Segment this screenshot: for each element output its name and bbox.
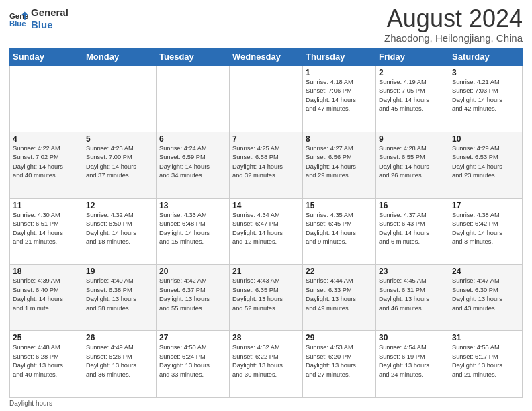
- calendar-cell: 29Sunrise: 4:53 AM Sunset: 6:20 PM Dayli…: [303, 331, 376, 398]
- col-header-wednesday: Wednesday: [230, 48, 303, 66]
- day-number: 2: [379, 68, 446, 77]
- day-number: 20: [159, 267, 226, 276]
- logo-icon: General Blue: [9, 9, 28, 28]
- title-block: August 2024 Zhaodong, Heilongjiang, Chin…: [384, 7, 523, 44]
- calendar-cell: 14Sunrise: 4:34 AM Sunset: 6:47 PM Dayli…: [230, 198, 303, 265]
- day-number: 5: [86, 134, 153, 144]
- day-info: Sunrise: 4:30 AM Sunset: 6:51 PM Dayligh…: [13, 211, 80, 247]
- calendar-cell: 31Sunrise: 4:55 AM Sunset: 6:17 PM Dayli…: [449, 331, 523, 398]
- day-number: 3: [452, 68, 519, 77]
- calendar-cell: 28Sunrise: 4:52 AM Sunset: 6:22 PM Dayli…: [230, 331, 303, 398]
- subtitle: Zhaodong, Heilongjiang, China: [384, 32, 523, 44]
- day-number: 24: [452, 267, 519, 276]
- calendar-week-4: 18Sunrise: 4:39 AM Sunset: 6:40 PM Dayli…: [10, 265, 523, 331]
- calendar-table: SundayMondayTuesdayWednesdayThursdayFrid…: [9, 48, 523, 398]
- day-number: 30: [379, 333, 446, 342]
- day-number: 21: [232, 267, 300, 276]
- day-info: Sunrise: 4:39 AM Sunset: 6:40 PM Dayligh…: [13, 277, 80, 313]
- calendar-week-3: 11Sunrise: 4:30 AM Sunset: 6:51 PM Dayli…: [10, 198, 523, 265]
- day-number: 27: [159, 333, 226, 342]
- day-number: 6: [159, 134, 226, 144]
- page: General Blue General Blue August 2024 Zh…: [0, 0, 532, 411]
- day-info: Sunrise: 4:35 AM Sunset: 6:45 PM Dayligh…: [306, 211, 373, 247]
- day-info: Sunrise: 4:21 AM Sunset: 7:03 PM Dayligh…: [452, 78, 519, 114]
- logo: General Blue General Blue: [9, 7, 69, 31]
- day-number: 26: [86, 333, 153, 342]
- day-info: Sunrise: 4:33 AM Sunset: 6:48 PM Dayligh…: [159, 211, 226, 247]
- day-number: 11: [13, 201, 80, 210]
- col-header-monday: Monday: [83, 48, 157, 66]
- day-number: 28: [232, 333, 300, 342]
- day-number: 4: [13, 134, 80, 144]
- col-header-saturday: Saturday: [449, 48, 523, 66]
- day-number: 8: [306, 134, 373, 144]
- day-info: Sunrise: 4:18 AM Sunset: 7:06 PM Dayligh…: [306, 78, 373, 114]
- calendar-cell: 21Sunrise: 4:43 AM Sunset: 6:35 PM Dayli…: [230, 265, 303, 331]
- calendar-cell: 6Sunrise: 4:24 AM Sunset: 6:59 PM Daylig…: [157, 132, 230, 198]
- day-info: Sunrise: 4:40 AM Sunset: 6:38 PM Dayligh…: [86, 277, 153, 313]
- calendar-cell: 30Sunrise: 4:54 AM Sunset: 6:19 PM Dayli…: [376, 331, 449, 398]
- calendar-cell: [83, 66, 157, 132]
- footer-note: Daylight hours: [9, 400, 523, 407]
- day-info: Sunrise: 4:19 AM Sunset: 7:05 PM Dayligh…: [379, 78, 446, 114]
- calendar-cell: [230, 66, 303, 132]
- calendar-cell: 12Sunrise: 4:32 AM Sunset: 6:50 PM Dayli…: [83, 198, 157, 265]
- calendar-week-1: 1Sunrise: 4:18 AM Sunset: 7:06 PM Daylig…: [10, 66, 523, 132]
- day-info: Sunrise: 4:55 AM Sunset: 6:17 PM Dayligh…: [452, 343, 519, 379]
- day-info: Sunrise: 4:44 AM Sunset: 6:33 PM Dayligh…: [306, 277, 373, 313]
- month-title: August 2024: [384, 7, 523, 31]
- day-info: Sunrise: 4:42 AM Sunset: 6:37 PM Dayligh…: [159, 277, 226, 313]
- day-number: 1: [306, 68, 373, 77]
- day-info: Sunrise: 4:52 AM Sunset: 6:22 PM Dayligh…: [232, 343, 300, 379]
- day-info: Sunrise: 4:27 AM Sunset: 6:56 PM Dayligh…: [306, 144, 373, 181]
- calendar-cell: 25Sunrise: 4:48 AM Sunset: 6:28 PM Dayli…: [10, 331, 83, 398]
- day-info: Sunrise: 4:32 AM Sunset: 6:50 PM Dayligh…: [86, 211, 153, 247]
- day-number: 16: [379, 201, 446, 210]
- day-number: 18: [13, 267, 80, 276]
- calendar-cell: 7Sunrise: 4:25 AM Sunset: 6:58 PM Daylig…: [230, 132, 303, 198]
- day-number: 31: [452, 333, 519, 342]
- col-header-friday: Friday: [376, 48, 449, 66]
- day-info: Sunrise: 4:45 AM Sunset: 6:31 PM Dayligh…: [379, 277, 446, 313]
- calendar-cell: 27Sunrise: 4:50 AM Sunset: 6:24 PM Dayli…: [157, 331, 230, 398]
- day-number: 23: [379, 267, 446, 276]
- calendar-cell: [10, 66, 83, 132]
- day-number: 29: [306, 333, 373, 342]
- calendar-cell: 13Sunrise: 4:33 AM Sunset: 6:48 PM Dayli…: [157, 198, 230, 265]
- day-info: Sunrise: 4:50 AM Sunset: 6:24 PM Dayligh…: [159, 343, 226, 379]
- calendar-cell: 2Sunrise: 4:19 AM Sunset: 7:05 PM Daylig…: [376, 66, 449, 132]
- day-info: Sunrise: 4:43 AM Sunset: 6:35 PM Dayligh…: [232, 277, 300, 313]
- day-number: 22: [306, 267, 373, 276]
- calendar-cell: 3Sunrise: 4:21 AM Sunset: 7:03 PM Daylig…: [449, 66, 523, 132]
- calendar-cell: [157, 66, 230, 132]
- day-number: 9: [379, 134, 446, 144]
- day-number: 25: [13, 333, 80, 342]
- calendar-cell: 5Sunrise: 4:23 AM Sunset: 7:00 PM Daylig…: [83, 132, 157, 198]
- calendar-cell: 11Sunrise: 4:30 AM Sunset: 6:51 PM Dayli…: [10, 198, 83, 265]
- day-info: Sunrise: 4:37 AM Sunset: 6:43 PM Dayligh…: [379, 211, 446, 247]
- header: General Blue General Blue August 2024 Zh…: [9, 7, 523, 44]
- day-info: Sunrise: 4:28 AM Sunset: 6:55 PM Dayligh…: [379, 144, 446, 181]
- day-number: 13: [159, 201, 226, 210]
- calendar-week-2: 4Sunrise: 4:22 AM Sunset: 7:02 PM Daylig…: [10, 132, 523, 198]
- logo-general: General: [31, 7, 69, 19]
- day-number: 10: [452, 134, 519, 144]
- col-header-sunday: Sunday: [10, 48, 83, 66]
- calendar-cell: 19Sunrise: 4:40 AM Sunset: 6:38 PM Dayli…: [83, 265, 157, 331]
- calendar-cell: 20Sunrise: 4:42 AM Sunset: 6:37 PM Dayli…: [157, 265, 230, 331]
- day-info: Sunrise: 4:29 AM Sunset: 6:53 PM Dayligh…: [452, 144, 519, 181]
- day-info: Sunrise: 4:23 AM Sunset: 7:00 PM Dayligh…: [86, 144, 153, 181]
- calendar-cell: 22Sunrise: 4:44 AM Sunset: 6:33 PM Dayli…: [303, 265, 376, 331]
- calendar-cell: 24Sunrise: 4:47 AM Sunset: 6:30 PM Dayli…: [449, 265, 523, 331]
- calendar-cell: 23Sunrise: 4:45 AM Sunset: 6:31 PM Dayli…: [376, 265, 449, 331]
- day-info: Sunrise: 4:54 AM Sunset: 6:19 PM Dayligh…: [379, 343, 446, 379]
- calendar-cell: 9Sunrise: 4:28 AM Sunset: 6:55 PM Daylig…: [376, 132, 449, 198]
- day-info: Sunrise: 4:47 AM Sunset: 6:30 PM Dayligh…: [452, 277, 519, 313]
- day-number: 14: [232, 201, 300, 210]
- col-header-thursday: Thursday: [303, 48, 376, 66]
- day-number: 12: [86, 201, 153, 210]
- calendar-cell: 15Sunrise: 4:35 AM Sunset: 6:45 PM Dayli…: [303, 198, 376, 265]
- calendar-cell: 18Sunrise: 4:39 AM Sunset: 6:40 PM Dayli…: [10, 265, 83, 331]
- day-info: Sunrise: 4:53 AM Sunset: 6:20 PM Dayligh…: [306, 343, 373, 379]
- calendar-cell: 16Sunrise: 4:37 AM Sunset: 6:43 PM Dayli…: [376, 198, 449, 265]
